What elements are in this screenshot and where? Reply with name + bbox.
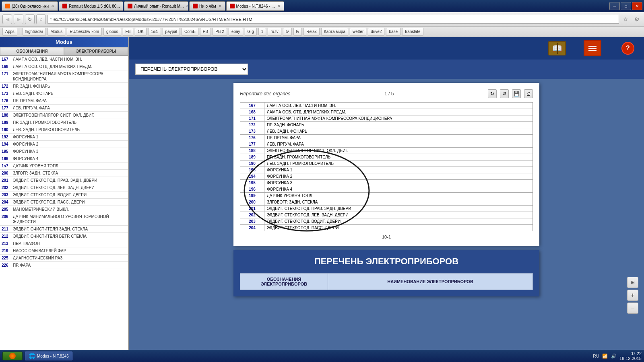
tab-renault1[interactable]: Renault Modus 1.5 dCi, 80... ✕ [59, 1, 123, 11]
bm-fb[interactable]: FB [123, 28, 134, 36]
sidebar-item[interactable]: 173ЛЕВ. ЗАДН. ФОНАРЬ [0, 90, 128, 97]
sidebar-item[interactable]: 212ЭЛДВИГ. ОЧИСТИТЕЛЯ ВЕТР. СТЕКЛА [0, 233, 128, 240]
table-row[interactable]: 195ФОРСУНКА 3 [240, 180, 533, 186]
bm-eu[interactable]: EU/beschw-kom [67, 28, 102, 36]
sidebar-item[interactable]: 225ДИАГНОСТИЧЕСКИЙ РАЗ. [0, 255, 128, 262]
back-button[interactable]: ◀ [2, 14, 12, 24]
tab-renault2[interactable]: Личный опыт · Renault M... ✕ [124, 1, 188, 11]
bm-translate[interactable]: translate [402, 28, 423, 36]
table-row[interactable]: 189ПР. ЗАДН. ГРОМКОГОВОРИТЕЛЬ [240, 154, 533, 160]
table-row[interactable]: 171ЭЛЕКТРОМАГНИТНАЯ МУФТА КОМПРЕССОРА КО… [240, 115, 533, 122]
sidebar-item[interactable]: 190ЛЕВ. ЗАДН. ГРОМКОГОВОРИТЕЛЬ [0, 126, 128, 134]
sidebar-item[interactable]: 206ДАТЧИК МИНИМАЛЬНОГО УРОВНЯ ТОРМОЗНОЙ … [0, 213, 128, 226]
table-row[interactable]: 188ЭЛЕКТРОВЕНТИЛЯТОР СИСТ. ОХЛ. ДВИГ. [240, 148, 533, 154]
bm-ebay[interactable]: ebay [229, 28, 243, 36]
home-button[interactable]: ⌂ [36, 14, 46, 24]
sidebar-item[interactable]: 204ЭЛДВИГ. СТЕКЛОПОД. ПАСС. ДВЕРИ [0, 199, 128, 206]
table-row[interactable]: 199ДАТЧИК УРОВНЯ ТОПЛ. [240, 193, 533, 199]
close-button[interactable]: ✕ [632, 2, 642, 10]
minimize-button[interactable]: ─ [609, 2, 620, 10]
bm-1and1[interactable]: 1&1 [148, 28, 161, 36]
table-row[interactable]: 177ЛЕВ. ПРТУМ. ФАРА [240, 141, 533, 148]
bm-drive2[interactable]: drive2 [368, 28, 384, 36]
sidebar-item[interactable]: 188ЭЛЕКТРОВЕНТИЛЯТОР СИСТ. ОХЛ. ДВИГ. [0, 112, 128, 119]
sidebar-item[interactable]: 194ФОРСУНКА 2 [0, 141, 128, 148]
sidebar-item[interactable]: 205МАНОМЕТРИЧЕСКИЙ ВЫКЛ. [0, 206, 128, 213]
bm-modus[interactable]: Modus [47, 28, 65, 36]
table-row[interactable]: 176ПР. ПРТУМ. ФАРА [240, 135, 533, 141]
favorites-button[interactable]: ☆ [621, 14, 630, 24]
table-row[interactable]: 190ЛЕВ. ЗАДН. ГРОМКОГОВОРИТЕЛЬ [240, 160, 533, 167]
table-row[interactable]: 193ФОРСУНКА 1 [240, 167, 533, 173]
sidebar-item[interactable]: 201ЭЛДВИГ. СТЕКЛОПОД. ПРАВ. ЗАДН. ДВЕРИ [0, 177, 128, 184]
print-btn[interactable]: 🖨 [524, 89, 533, 98]
sidebar-item[interactable]: 168ЛАМПА ОСВ. ОТД. ДЛЯ МЕЛКИХ ПРЕДМ. [0, 63, 128, 70]
bm-apps[interactable]: Apps [2, 28, 17, 36]
sidebar-item[interactable]: 203ЭЛДВИГ. СТЕКЛОПОД. ВОДИТ. ДВЕРИ [0, 191, 128, 199]
bm-1[interactable]: 1 [258, 28, 266, 36]
bm-tv1[interactable]: tv [283, 28, 292, 36]
sidebar-item[interactable]: 189ПР. ЗАДН. ГРОМКОГОВОРИТЕЛЬ [0, 119, 128, 126]
bm-globus[interactable]: globus [103, 28, 121, 36]
tab-odnoklassniki[interactable]: (28) Одноклассники ✕ [2, 1, 58, 11]
tab-close-r1[interactable]: ✕ [122, 4, 123, 8]
bm-paypal[interactable]: paypal [163, 28, 180, 36]
address-box[interactable]: file:///C:/Users/DeLand%20GmbH/Desktop/M… [47, 15, 619, 24]
table-row[interactable]: 173ЛЕВ. ЗАДН. ФОНАРЬ [240, 128, 533, 135]
sidebar-item[interactable]: 167ЛАМПА ОСВ. ЛЕВ. ЧАСТИ НОМ. ЗН. [0, 56, 128, 63]
sidebar-item[interactable]: 171ЭЛЕКТРОМАГНИТНАЯ МУФТА КОМПРЕССОРА КО… [0, 70, 128, 83]
sidebar-item[interactable]: 195ФОРСУНКА 3 [0, 148, 128, 155]
start-button[interactable] [2, 352, 23, 360]
tab-niochem[interactable]: Ни о чём ✕ [189, 1, 225, 11]
sidebar-item[interactable]: 200ЗЛГОГР. ЗАДН. СТЕКЛА [0, 170, 128, 177]
refresh-btn[interactable]: ↻ [488, 89, 497, 98]
help-icon-btn[interactable]: ? [618, 40, 638, 56]
zoom-out-btn[interactable]: − [627, 302, 638, 314]
section-dropdown[interactable]: ПЕРЕЧЕНЬ ЭЛЕКТРОПРИБОРОВ [135, 64, 248, 75]
maximize-button[interactable]: □ [621, 2, 631, 10]
sidebar-item[interactable]: 192ФОРСУНКА 1 [0, 134, 128, 141]
sidebar-item[interactable]: 213ПЕР. ПЛАФОН [0, 240, 128, 247]
sidebar-item[interactable]: 196ФОРСУНКА 4 [0, 155, 128, 162]
tab-close-ok[interactable]: ✕ [51, 4, 54, 8]
bm-base[interactable]: base [386, 28, 400, 36]
bm-relax[interactable]: Relax [303, 28, 320, 36]
reload-button[interactable]: ↻ [25, 14, 35, 24]
table-row[interactable]: 203ЭЛДВИГ. СТЕКЛОПОД. ВОДИТ. ДВЕРИ [240, 218, 533, 225]
sidebar-item[interactable]: 1s7ДАТЧИК УРОВНЯ ТОПЛ. [0, 162, 128, 170]
bm-pb2[interactable]: PB 2 [213, 28, 227, 36]
bm-flightradar[interactable]: flightradar [23, 28, 46, 36]
fit-zoom-btn[interactable]: ⊞ [627, 277, 638, 288]
book-icon-btn[interactable]: 📖 [547, 40, 567, 56]
save-btn[interactable]: 💾 [512, 89, 521, 98]
tab-modus-active[interactable]: Modus - N.T.8246 - ... ✕ [226, 1, 284, 11]
table-row[interactable]: 204ЭЛДВИГ. СТЕКЛОПОД. ПАСС. ДВЕРИ [240, 225, 533, 231]
bm-pb[interactable]: PB [200, 28, 211, 36]
sidebar-nav-oboznacheniya[interactable]: ОБОЗНАЧЕНИЯ [0, 47, 64, 56]
zoom-in-btn[interactable]: + [627, 290, 638, 301]
sidebar-item[interactable]: 202ЭЛДВИГ. СТЕКЛОПОД. ЛЕВ. ЗАДН. ДВЕРИ [0, 184, 128, 191]
table-row[interactable]: 172ПР. ЗАДН. ФОНАРЬ [240, 122, 533, 128]
tab-close-m[interactable]: ✕ [277, 4, 281, 8]
bm-tv2[interactable]: tv [293, 28, 302, 36]
index-icon-btn[interactable] [583, 40, 602, 56]
tab-close-r2[interactable]: ✕ [186, 4, 188, 8]
sidebar-item[interactable]: 172ПР. ЗАДН. ФОНАРЬ [0, 83, 128, 90]
table-row[interactable]: 167ЛАМПА ОСВ. ЛЕВ. ЧАСТИ НОМ. ЗН. [240, 103, 533, 109]
back-page-btn[interactable]: ↺ [500, 89, 509, 98]
forward-button[interactable]: ▶ [14, 14, 23, 24]
table-row[interactable]: 201ЭЛДВИГ. СТЕКЛОПОД. ПРАВ. ЗАДН. ДВЕРИ [240, 206, 533, 212]
table-row[interactable]: 202ЭЛДВИГ. СТЕКЛОПОД. ЛЕВ. ЗАДН. ДВЕРИ [240, 212, 533, 218]
bm-ok[interactable]: OK [135, 28, 146, 36]
bm-rutv[interactable]: ru.tv [268, 28, 281, 36]
tab-close-n[interactable]: ✕ [219, 4, 222, 8]
bm-gg[interactable]: G g [245, 28, 257, 36]
bm-comb[interactable]: ComB [182, 28, 198, 36]
table-row[interactable]: 200ЗЛГОБОГР. ЗАДН. СТЕКЛА [240, 199, 533, 206]
sidebar-item[interactable]: 177ЛЕВ. ПРТУМ. ФАРА [0, 105, 128, 112]
sidebar-item[interactable]: 219НАСОС ОМЫВАТЕЛЕЙ ФАР [0, 247, 128, 255]
sidebar-nav-electropribory[interactable]: ЭЛЕКТРОПРИБОРЫ [64, 47, 128, 56]
doc-viewer[interactable]: Repertoire des organes 1 / 5 ↻ ↺ 💾 🖨 167… [129, 79, 644, 362]
sidebar-item[interactable]: 176ПР. ПРТУМ. ФАРА [0, 97, 128, 105]
sidebar-item[interactable]: 226ПР. ФАРА [0, 262, 128, 269]
